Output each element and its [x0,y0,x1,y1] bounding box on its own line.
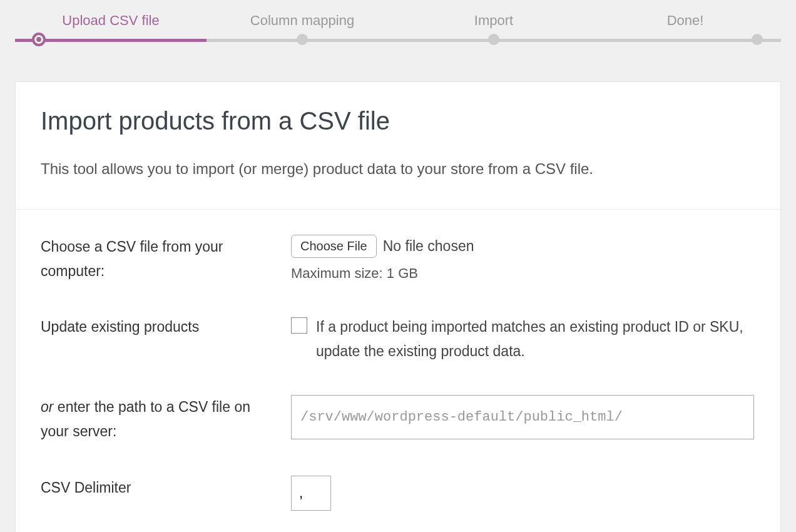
step-column-mapping[interactable]: Column mapping [207,13,398,40]
delimiter-input[interactable] [291,476,331,511]
choose-file-button[interactable]: Choose File [291,235,377,258]
step-dot-icon [752,34,763,45]
server-path-label-prefix: or [41,399,53,415]
delimiter-label: CSV Delimiter [41,476,291,500]
card-header: Import products from a CSV file This too… [16,82,780,210]
file-size-hint: Maximum size: 1 GB [291,265,755,282]
update-existing-checkbox[interactable] [291,317,307,334]
server-path-input[interactable] [291,395,754,439]
file-chosen-status: No file chosen [383,238,474,255]
step-done[interactable]: Done! [589,13,781,40]
step-label: Done! [589,13,781,29]
update-existing-label: Update existing products [41,315,291,339]
step-dot-icon [297,34,308,45]
choose-file-label: Choose a CSV file from your computer: [41,235,291,284]
server-path-label-rest: enter the path to a CSV file on your ser… [41,399,250,439]
step-label: Column mapping [207,13,398,29]
row-server-path: or enter the path to a CSV file on your … [41,395,755,444]
server-path-label: or enter the path to a CSV file on your … [41,395,291,444]
step-label: Upload CSV file [15,13,207,29]
step-dot-icon [488,34,499,45]
update-existing-description: If a product being imported matches an e… [316,315,755,364]
step-import[interactable]: Import [398,13,589,40]
row-update-existing: Update existing products If a product be… [41,315,755,364]
step-dot-icon [32,33,46,46]
step-upload[interactable]: Upload CSV file [15,13,207,40]
step-label: Import [398,13,589,29]
progress-stepper: Upload CSV file Column mapping Import Do… [15,0,781,56]
form-body: Choose a CSV file from your computer: Ch… [16,210,780,532]
page-subtitle: This tool allows you to import (or merge… [41,160,755,178]
row-choose-file: Choose a CSV file from your computer: Ch… [41,235,755,284]
import-card: Import products from a CSV file This too… [15,81,781,532]
page-title: Import products from a CSV file [41,107,755,135]
row-delimiter: CSV Delimiter [41,476,755,511]
